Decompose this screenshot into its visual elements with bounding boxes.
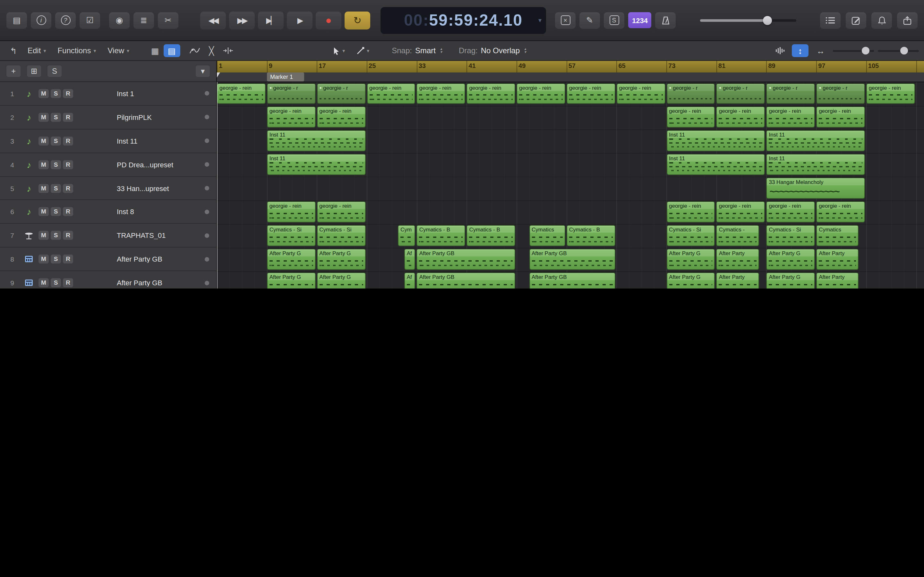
region[interactable]: Af bbox=[404, 249, 415, 270]
region[interactable]: georgie - rein bbox=[666, 201, 715, 222]
region[interactable]: georgie - rein bbox=[816, 201, 865, 222]
region[interactable]: Af bbox=[404, 272, 415, 288]
region[interactable]: georgie - rein bbox=[766, 107, 815, 128]
edit-menu[interactable]: Edit▾ bbox=[27, 46, 46, 55]
solo-button[interactable]: S bbox=[51, 136, 61, 145]
track-name[interactable]: After Party GB bbox=[89, 255, 205, 263]
bar-ruler[interactable]: 191725334149576573818997105 bbox=[217, 61, 924, 73]
region[interactable]: After Party G bbox=[267, 272, 316, 288]
solo-button[interactable]: S bbox=[51, 89, 61, 98]
metronome-button[interactable] bbox=[655, 12, 676, 29]
record-enable-button[interactable]: R bbox=[63, 136, 73, 145]
region[interactable]: georgie - rein bbox=[816, 107, 865, 128]
region[interactable]: After Party G bbox=[267, 249, 316, 270]
drag-menu[interactable]: Drag: No Overlap ▴▾ bbox=[459, 46, 526, 55]
cycle-button[interactable]: ↻ bbox=[344, 11, 370, 29]
track-header-row[interactable]: 1♪MSRInst 1 bbox=[0, 82, 216, 106]
region[interactable]: Cymatics - B bbox=[417, 225, 465, 246]
slider-thumb[interactable] bbox=[862, 47, 869, 55]
region[interactable]: Cymatics - Si bbox=[666, 225, 715, 246]
track-header-row[interactable]: 5♪MSR33 Han...upreset bbox=[0, 177, 216, 200]
region[interactable]: georgie - rein bbox=[716, 107, 765, 128]
region[interactable]: 33 Hangar Melancholy~~~~~~~~~~~~~~ bbox=[766, 177, 865, 199]
region[interactable]: georgie - rein bbox=[267, 107, 316, 128]
record-enable-button[interactable]: R bbox=[63, 184, 73, 193]
region[interactable]: ●georgie - r bbox=[716, 83, 765, 104]
mute-button[interactable]: M bbox=[39, 160, 49, 169]
region[interactable]: georgie - rein bbox=[317, 201, 365, 222]
region[interactable]: After Party GB bbox=[529, 249, 615, 270]
solo-button[interactable]: S bbox=[51, 207, 61, 216]
record-enable-button[interactable]: R bbox=[63, 160, 73, 169]
region[interactable]: After Party bbox=[716, 249, 759, 270]
record-enable-button[interactable]: R bbox=[63, 113, 73, 122]
waveform-zoom-button[interactable] bbox=[771, 44, 788, 57]
track-name[interactable]: 33 Han...upreset bbox=[89, 184, 205, 192]
track-name[interactable]: PD Drea...upreset bbox=[89, 161, 205, 168]
mute-button[interactable]: M bbox=[39, 136, 49, 145]
count-in-button[interactable]: 1234 bbox=[628, 12, 651, 28]
region[interactable]: Inst 11 bbox=[666, 131, 765, 152]
mute-button[interactable]: M bbox=[39, 184, 49, 193]
catch-playhead-button[interactable]: ↰ bbox=[5, 44, 22, 57]
record-button[interactable]: ● bbox=[316, 11, 341, 29]
quick-help-button[interactable]: ? bbox=[55, 12, 76, 29]
region[interactable]: After Party G bbox=[317, 272, 365, 288]
region[interactable]: Cymatics - Si bbox=[317, 225, 365, 246]
region[interactable]: georgie - rein bbox=[567, 83, 615, 104]
horizontal-zoom-slider[interactable] bbox=[878, 47, 919, 55]
record-enable-button[interactable]: R bbox=[63, 231, 73, 240]
region[interactable]: ●georgie - r bbox=[766, 83, 815, 104]
region[interactable]: Inst 11 bbox=[766, 154, 865, 175]
region[interactable]: georgie - rein bbox=[317, 107, 365, 128]
region[interactable]: georgie - rein bbox=[417, 83, 465, 104]
global-solo-button[interactable]: S bbox=[47, 65, 61, 77]
record-enable-button[interactable]: R bbox=[63, 89, 73, 98]
slider-thumb[interactable] bbox=[900, 47, 908, 55]
smart-controls-button[interactable]: ◉ bbox=[109, 12, 129, 29]
region[interactable]: georgie - rein bbox=[766, 201, 815, 222]
region[interactable]: After Party G bbox=[666, 272, 715, 288]
mute-button[interactable]: M bbox=[39, 231, 49, 240]
forward-button[interactable]: ▶▶ bbox=[229, 11, 255, 29]
region[interactable]: Cymatics - B bbox=[567, 225, 615, 246]
region[interactable]: Cymatics - B bbox=[467, 225, 515, 246]
snap-menu[interactable]: Snap: Smart ▴▾ bbox=[392, 46, 442, 55]
region[interactable]: georgie - rein bbox=[217, 83, 266, 104]
region[interactable]: After Party G bbox=[666, 249, 715, 270]
region[interactable]: After Party bbox=[816, 272, 859, 288]
mute-button[interactable]: M bbox=[39, 89, 49, 98]
region[interactable]: After Party bbox=[716, 272, 759, 288]
track-header-row[interactable]: 4♪MSRPD Drea...upreset bbox=[0, 153, 216, 177]
solo-button[interactable]: S bbox=[51, 231, 61, 240]
regions-view-button[interactable]: ▤ bbox=[163, 44, 180, 57]
track-header-row[interactable]: 8MSRAfter Party GB bbox=[0, 247, 216, 271]
region[interactable]: After Party GB bbox=[417, 272, 515, 288]
low-latency-button[interactable]: ✎ bbox=[580, 12, 600, 29]
region[interactable]: Cymatics - Si bbox=[267, 225, 316, 246]
track-name[interactable]: TRAPHATS_01 bbox=[89, 232, 205, 239]
region[interactable]: After Party G bbox=[766, 272, 815, 288]
region[interactable]: After Party GB bbox=[529, 272, 615, 288]
play-button[interactable]: ▶ bbox=[287, 11, 312, 29]
region[interactable]: Inst 11 bbox=[766, 131, 865, 152]
replace-button[interactable]: × bbox=[555, 12, 575, 29]
marker-chip[interactable]: Marker 1 bbox=[267, 73, 304, 81]
playhead-line[interactable] bbox=[217, 82, 218, 288]
region[interactable]: georgie - rein bbox=[367, 83, 415, 104]
track-name[interactable]: Inst 1 bbox=[89, 90, 205, 97]
region[interactable]: ●georgie - r bbox=[666, 83, 715, 104]
mute-button[interactable]: M bbox=[39, 255, 49, 263]
functions-menu[interactable]: Functions▾ bbox=[57, 46, 96, 55]
track-name[interactable]: PilgrimPLK bbox=[89, 113, 205, 121]
region[interactable]: georgie - rein bbox=[616, 83, 665, 104]
mixer-button[interactable]: ≣ bbox=[134, 12, 154, 29]
region[interactable]: ●georgie - r bbox=[267, 83, 316, 104]
solo-button[interactable]: S bbox=[51, 184, 61, 193]
track-name[interactable]: Inst 11 bbox=[89, 137, 205, 145]
mute-button[interactable]: M bbox=[39, 207, 49, 216]
library-button[interactable]: ▤ bbox=[6, 12, 27, 29]
region[interactable]: georgie - rein bbox=[716, 201, 765, 222]
track-header-row[interactable]: 3♪MSRInst 11 bbox=[0, 129, 216, 153]
region[interactable]: Inst 11 bbox=[666, 154, 765, 175]
